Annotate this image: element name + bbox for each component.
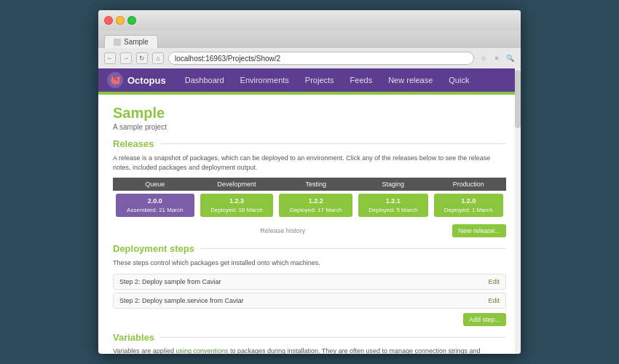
- menu-icon[interactable]: ≡: [492, 53, 502, 63]
- page-subtitle: A sample project: [113, 123, 506, 131]
- scrollbar[interactable]: [515, 68, 521, 354]
- tab-favicon: [114, 39, 121, 46]
- browser-titlebar: [98, 10, 521, 31]
- release-queue-label: Assembled: 21 March: [120, 206, 190, 214]
- release-staging-badge[interactable]: 1.2.1 Deployed: 5 March: [358, 194, 427, 217]
- step-2-edit[interactable]: Edit: [488, 297, 500, 304]
- releases-section-line: [159, 143, 506, 144]
- release-staging-version: 1.2.1: [363, 197, 423, 206]
- scrollbar-thumb[interactable]: [515, 70, 521, 128]
- release-history-link[interactable]: Release history: [113, 227, 452, 234]
- star-icon[interactable]: ☆: [478, 53, 489, 63]
- variables-link[interactable]: using conventions: [176, 347, 228, 354]
- browser-tab[interactable]: Sample: [104, 35, 158, 48]
- release-prod-label: Deployed: 1 March: [438, 206, 499, 214]
- maximize-button[interactable]: [127, 16, 136, 25]
- nav-environments[interactable]: Environments: [233, 73, 296, 87]
- refresh-button[interactable]: ↻: [136, 52, 148, 64]
- variables-section-title: Variables: [113, 332, 154, 343]
- brand-name: Octopus: [127, 75, 166, 86]
- release-production[interactable]: 1.2.0 Deployed: 1 March: [431, 191, 506, 220]
- release-prod-badge[interactable]: 1.2.0 Deployed: 1 March: [434, 194, 503, 217]
- release-staging-label: Deployed: 5 March: [363, 206, 423, 214]
- release-queue-badge[interactable]: 2.0.0 Assembled: 21 March: [116, 194, 194, 217]
- address-icons: ☆ ≡ 🔍: [478, 53, 515, 63]
- deployment-section-header: Deployment steps: [113, 243, 506, 254]
- release-test-version: 1.2.2: [283, 197, 348, 206]
- variables-section-line: [160, 337, 506, 338]
- release-dev-badge[interactable]: 1.2.3 Deployed: 18 March: [200, 194, 274, 217]
- step-2-label: Step 2: Deploy sample.service from Cavia…: [119, 297, 244, 304]
- release-staging[interactable]: 1.2.1 Deployed: 5 March: [355, 191, 430, 220]
- release-dev-label: Deployed: 18 March: [205, 206, 269, 214]
- nav-new-release[interactable]: New release: [381, 73, 440, 87]
- nav-items: Dashboard Environments Projects Feeds Ne…: [178, 73, 477, 87]
- releases-section-title: Releases: [113, 138, 154, 149]
- add-step-button[interactable]: Add step...: [463, 313, 506, 326]
- address-bar: ← → ↻ ⌂ localhost:16963/Projects/Show/2 …: [98, 48, 521, 68]
- release-queue[interactable]: 2.0.0 Assembled: 21 March: [113, 191, 197, 220]
- step-row-2: Step 2: Deploy sample.service from Cavia…: [113, 293, 506, 309]
- col-production: Production: [431, 178, 506, 191]
- step-row-1: Step 2: Deploy sample from Caviar Edit: [113, 274, 506, 290]
- release-queue-version: 2.0.0: [120, 197, 190, 206]
- navbar: 🐙 Octopus Dashboard Environments Project…: [98, 68, 521, 92]
- main-content: Sample A sample project Releases A relea…: [98, 95, 521, 354]
- step-1-edit[interactable]: Edit: [488, 278, 500, 285]
- release-development[interactable]: 1.2.3 Deployed: 18 March: [197, 191, 277, 220]
- app-content: 🐙 Octopus Dashboard Environments Project…: [98, 68, 521, 354]
- deployment-description: These steps control which packages get i…: [113, 258, 506, 268]
- tab-label: Sample: [124, 38, 149, 46]
- step-1-label: Step 2: Deploy sample from Caviar: [119, 278, 221, 285]
- url-text: localhost:16963/Projects/Show/2: [175, 55, 280, 63]
- brand: 🐙 Octopus: [107, 72, 166, 88]
- browser-controls: [104, 16, 136, 25]
- new-release-button[interactable]: New release...: [452, 224, 506, 237]
- nav-quick[interactable]: Quick: [441, 73, 476, 87]
- deployment-section-title: Deployment steps: [113, 243, 194, 254]
- col-testing: Testing: [276, 178, 355, 191]
- release-dev-version: 1.2.3: [205, 197, 269, 206]
- col-staging: Staging: [355, 178, 430, 191]
- brand-logo: 🐙: [107, 72, 123, 88]
- browser-window: Sample ← → ↻ ⌂ localhost:16963/Projects/…: [98, 10, 521, 354]
- nav-feeds[interactable]: Feeds: [343, 73, 380, 87]
- release-test-badge[interactable]: 1.2.2 Deployed: 17 March: [279, 194, 352, 217]
- releases-description: A release is a snapshot of packages, whi…: [113, 154, 506, 172]
- releases-section-header: Releases: [113, 138, 506, 149]
- release-test-label: Deployed: 17 March: [283, 206, 348, 214]
- url-box[interactable]: localhost:16963/Projects/Show/2: [168, 52, 474, 65]
- release-prod-version: 1.2.0: [438, 197, 499, 206]
- variables-section-header: Variables: [113, 332, 506, 343]
- forward-button[interactable]: →: [120, 52, 132, 64]
- zoom-icon[interactable]: 🔍: [505, 53, 515, 63]
- nav-projects[interactable]: Projects: [298, 73, 342, 87]
- deployment-section-line: [200, 248, 506, 249]
- close-button[interactable]: [104, 16, 113, 25]
- col-development: Development: [197, 178, 277, 191]
- col-queue: Queue: [113, 178, 197, 191]
- minimize-button[interactable]: [116, 16, 125, 25]
- variables-description: Variables are applied using conventions …: [113, 347, 506, 354]
- back-button[interactable]: ←: [104, 52, 116, 64]
- variables-desc-text: Variables are applied: [113, 347, 176, 354]
- nav-dashboard[interactable]: Dashboard: [178, 73, 232, 87]
- tab-bar: Sample: [98, 31, 521, 48]
- releases-table: Queue Development Testing Staging Produc…: [113, 178, 506, 220]
- release-testing[interactable]: 1.2.2 Deployed: 17 March: [276, 191, 355, 220]
- home-button[interactable]: ⌂: [152, 52, 164, 64]
- page-title: Sample: [113, 105, 506, 122]
